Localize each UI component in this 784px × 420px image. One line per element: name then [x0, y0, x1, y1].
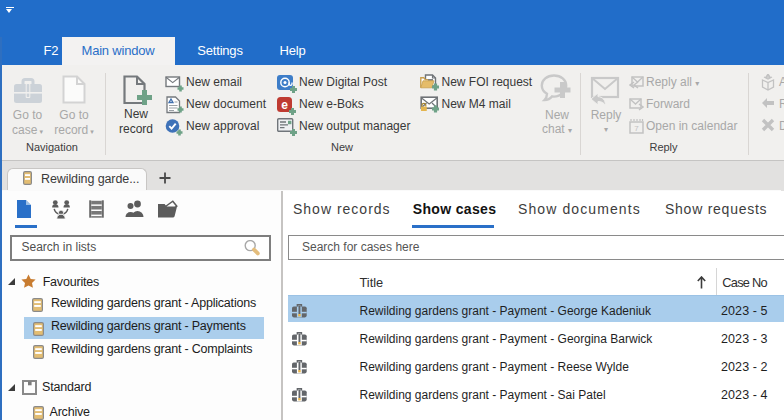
svg-text:e: e [281, 97, 288, 111]
svg-text:7: 7 [634, 124, 639, 133]
